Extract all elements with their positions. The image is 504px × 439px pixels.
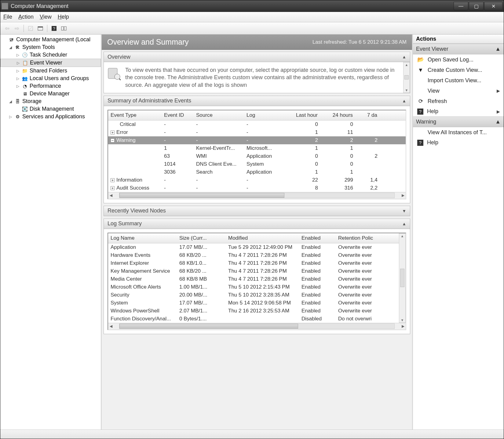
- col-source[interactable]: Source: [194, 110, 244, 120]
- overview-icon: [107, 66, 121, 80]
- collapse-icon[interactable]: ◢: [8, 45, 13, 50]
- tree-storage[interactable]: ◢ 🗄 Storage: [0, 98, 101, 105]
- collapse-caret-icon[interactable]: ▲: [495, 119, 501, 125]
- close-button[interactable]: ✕: [484, 2, 502, 10]
- expand-icon[interactable]: ▷: [16, 69, 20, 73]
- tree-device-manager[interactable]: 🖥 Device Manager: [0, 90, 101, 98]
- col-7-days[interactable]: 7 da: [356, 110, 380, 120]
- expand-icon[interactable]: ▷: [16, 61, 20, 65]
- log-row[interactable]: Security20.00 MB/...Thu 5 10 2012 3:28:3…: [108, 291, 399, 299]
- col-log[interactable]: Log: [244, 110, 284, 120]
- summary-row[interactable]: +Error---111: [108, 128, 406, 136]
- menu-help[interactable]: Help: [58, 14, 69, 20]
- summary-row[interactable]: 1Kernel-EventTr...Microsoft...11: [108, 144, 406, 152]
- forward-button[interactable]: ⇨: [13, 24, 21, 33]
- log-row[interactable]: Key Management Service68 KB/20 ...Thu 4 …: [108, 267, 399, 275]
- log-row[interactable]: Hardware Events68 KB/20 ...Thu 4 7 2011 …: [108, 251, 399, 259]
- expand-icon[interactable]: +: [111, 186, 115, 190]
- summary-header[interactable]: Summary of Administrative Events ▲: [104, 96, 410, 106]
- back-button[interactable]: ⇦: [3, 24, 11, 33]
- summary-row[interactable]: −Warning---222: [108, 136, 406, 144]
- tree-system-tools[interactable]: ◢ 🛠 System Tools: [0, 43, 101, 51]
- center-scroll[interactable]: Overview ▲ To view events that have occu…: [102, 50, 412, 430]
- log-row[interactable]: System17.07 MB/...Mon 5 14 2012 9:06:58 …: [108, 299, 399, 307]
- action-create-custom-view[interactable]: ▼ Create Custom View...: [413, 65, 504, 75]
- expand-icon[interactable]: ▷: [16, 84, 20, 88]
- collapse-caret-icon[interactable]: ▲: [402, 98, 406, 103]
- summary-hscrollbar[interactable]: ◀▶: [108, 192, 406, 199]
- col-retention[interactable]: Retention Polic: [336, 233, 399, 243]
- summary-row[interactable]: +Information---222991,4: [108, 176, 406, 184]
- expand-icon[interactable]: ▷: [16, 53, 20, 57]
- action-group-event-viewer[interactable]: Event Viewer ▲: [413, 44, 504, 54]
- tree-root[interactable]: 🖳 Computer Management (Local: [0, 36, 101, 43]
- svg-text:?: ?: [53, 26, 55, 31]
- expand-icon[interactable]: +: [111, 178, 115, 182]
- summary-row[interactable]: 1014DNS Client Eve...System00: [108, 160, 406, 168]
- log-row[interactable]: Microsoft Office Alerts1.00 MB/1...Thu 5…: [108, 283, 399, 291]
- menu-file[interactable]: File: [3, 14, 12, 20]
- collapse-caret-icon[interactable]: ▲: [495, 46, 501, 52]
- log-row[interactable]: Internet Explorer68 KB/1.0...Thu 4 7 201…: [108, 259, 399, 267]
- log-row[interactable]: Windows PowerShell2.07 MB/1...Thu 2 16 2…: [108, 307, 399, 315]
- minimize-button[interactable]: —: [454, 2, 468, 10]
- collapse-caret-icon[interactable]: ▲: [402, 54, 406, 59]
- action-help-2[interactable]: ? Help: [413, 138, 504, 148]
- col-size[interactable]: Size (Curr...: [177, 233, 226, 243]
- summary-row[interactable]: 63WMIApplication002: [108, 152, 406, 160]
- tree-performance[interactable]: ▷ ◔ Performance: [0, 82, 101, 90]
- col-last-hour[interactable]: Last hour: [284, 110, 320, 120]
- overview-scrollbar[interactable]: ▲▼: [403, 62, 410, 93]
- action-group-warning[interactable]: Warning ▲: [413, 116, 504, 127]
- help-button[interactable]: ?: [50, 24, 58, 33]
- recently-header[interactable]: Recently Viewed Nodes ▼: [104, 206, 410, 216]
- summary-row[interactable]: +Audit Success---83162,2: [108, 184, 406, 192]
- collapse-icon[interactable]: −: [111, 138, 115, 142]
- panes-button[interactable]: [60, 24, 68, 33]
- col-enabled[interactable]: Enabled: [299, 233, 336, 243]
- maximize-button[interactable]: ▢: [469, 2, 484, 10]
- summary-row[interactable]: Critical---00: [108, 120, 406, 128]
- expand-icon[interactable]: +: [111, 131, 115, 135]
- tree-shared-folders[interactable]: ▷ 📁 Shared Folders: [0, 67, 101, 75]
- computer-icon: 🖳: [8, 37, 14, 43]
- col-log-name[interactable]: Log Name: [108, 233, 177, 243]
- log-row[interactable]: Media Center68 KB/8 MBThu 4 7 2011 7:28:…: [108, 275, 399, 283]
- tree-pane[interactable]: 🖳 Computer Management (Local ◢ 🛠 System …: [0, 35, 102, 430]
- refresh-icon: ⟳: [417, 98, 424, 105]
- logsummary-hscrollbar[interactable]: ◀▶: [108, 323, 406, 330]
- col-event-id[interactable]: Event ID: [162, 110, 194, 120]
- summary-row[interactable]: 3036SearchApplication11: [108, 168, 406, 176]
- action-refresh[interactable]: ⟳ Refresh: [413, 96, 504, 106]
- expand-icon[interactable]: ▷: [16, 76, 20, 81]
- menu-action[interactable]: Action: [18, 14, 34, 20]
- menu-view[interactable]: View: [40, 14, 52, 20]
- logsummary-header[interactable]: Log Summary ▲: [104, 219, 410, 229]
- collapse-icon[interactable]: ◢: [8, 99, 13, 104]
- log-row[interactable]: Application17.07 MB/...Tue 5 29 2012 12:…: [108, 243, 399, 251]
- expand-caret-icon[interactable]: ▼: [402, 208, 406, 213]
- collapse-caret-icon[interactable]: ▲: [402, 221, 406, 226]
- log-row[interactable]: Function Discovery/Anal...0 Bytes/1....D…: [108, 315, 399, 323]
- col-modified[interactable]: Modified: [226, 233, 299, 243]
- tree-event-viewer[interactable]: ▷ 📋 Event Viewer: [0, 59, 101, 67]
- logsummary-vscrollbar[interactable]: ▲▼: [399, 233, 406, 323]
- tree-local-users[interactable]: ▷ 👥 Local Users and Groups: [0, 75, 101, 82]
- tree-disk-management[interactable]: 💽 Disk Management: [0, 105, 101, 113]
- action-import-custom-view[interactable]: Import Custom View...: [413, 75, 504, 86]
- action-view-all-instances[interactable]: View All Instances of T...: [413, 127, 504, 138]
- up-button[interactable]: [26, 24, 35, 33]
- col-24-hours[interactable]: 24 hours: [320, 110, 356, 120]
- tree-task-scheduler[interactable]: ▷ 🕒 Task Scheduler: [0, 51, 101, 59]
- overview-header[interactable]: Overview ▲: [104, 52, 410, 62]
- action-view[interactable]: View ▶: [413, 86, 504, 96]
- tree-label: Device Manager: [30, 90, 70, 97]
- tree-services-apps[interactable]: ▷ ⚙ Services and Applications: [0, 113, 101, 120]
- expand-icon[interactable]: ▷: [8, 115, 13, 119]
- app-window: Computer Management — ▢ ✕ File Action Vi…: [0, 0, 504, 439]
- action-label: Help: [427, 108, 438, 115]
- col-event-type[interactable]: Event Type: [108, 110, 162, 120]
- properties-button[interactable]: [36, 24, 45, 33]
- action-help[interactable]: ? Help ▶: [413, 106, 504, 116]
- action-open-saved-log[interactable]: 📂 Open Saved Log...: [413, 54, 504, 65]
